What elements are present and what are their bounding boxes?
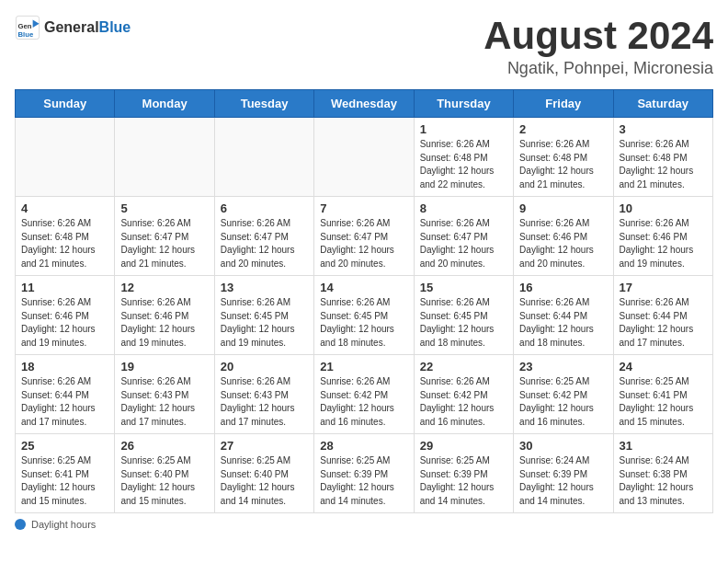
calendar-cell: 7Sunrise: 6:26 AM Sunset: 6:47 PM Daylig… (314, 197, 414, 276)
title-area: August 2024 Ngatik, Pohnpei, Micronesia (483, 15, 713, 78)
weekday-header-sunday: Sunday (16, 90, 115, 118)
calendar-cell: 20Sunrise: 6:26 AM Sunset: 6:43 PM Dayli… (214, 355, 313, 434)
day-number: 29 (420, 439, 507, 453)
day-info: Sunrise: 6:25 AM Sunset: 6:39 PM Dayligh… (320, 454, 407, 508)
day-number: 14 (320, 281, 407, 294)
calendar-cell: 15Sunrise: 6:26 AM Sunset: 6:45 PM Dayli… (414, 276, 513, 355)
footer-note: Daylight hours (15, 519, 713, 530)
day-number: 24 (620, 360, 707, 373)
week-row-3: 11Sunrise: 6:26 AM Sunset: 6:46 PM Dayli… (16, 276, 713, 355)
calendar-cell: 24Sunrise: 6:25 AM Sunset: 6:41 PM Dayli… (613, 355, 712, 434)
day-number: 2 (519, 122, 607, 136)
calendar-cell: 21Sunrise: 6:26 AM Sunset: 6:42 PM Dayli… (314, 355, 414, 434)
day-info: Sunrise: 6:26 AM Sunset: 6:45 PM Dayligh… (320, 296, 407, 350)
logo-text: GeneralBlue (44, 19, 131, 36)
day-number: 7 (320, 201, 407, 215)
daylight-label: Daylight hours (31, 519, 96, 530)
calendar-cell: 5Sunrise: 6:26 AM Sunset: 6:47 PM Daylig… (115, 197, 214, 276)
day-info: Sunrise: 6:26 AM Sunset: 6:45 PM Dayligh… (420, 296, 507, 350)
weekday-header-wednesday: Wednesday (314, 90, 414, 118)
day-info: Sunrise: 6:24 AM Sunset: 6:38 PM Dayligh… (620, 454, 707, 508)
day-number: 25 (21, 439, 108, 453)
week-row-5: 25Sunrise: 6:25 AM Sunset: 6:41 PM Dayli… (16, 434, 713, 513)
subtitle: Ngatik, Pohnpei, Micronesia (483, 59, 713, 78)
day-number: 8 (420, 201, 507, 215)
day-number: 13 (221, 281, 308, 294)
day-number: 11 (21, 281, 108, 294)
day-info: Sunrise: 6:25 AM Sunset: 6:42 PM Dayligh… (519, 375, 607, 429)
calendar-cell: 18Sunrise: 6:26 AM Sunset: 6:44 PM Dayli… (16, 355, 115, 434)
calendar-cell: 27Sunrise: 6:25 AM Sunset: 6:40 PM Dayli… (214, 434, 313, 513)
day-info: Sunrise: 6:24 AM Sunset: 6:39 PM Dayligh… (519, 454, 607, 508)
day-info: Sunrise: 6:26 AM Sunset: 6:42 PM Dayligh… (420, 375, 507, 429)
day-info: Sunrise: 6:25 AM Sunset: 6:40 PM Dayligh… (120, 454, 208, 508)
day-info: Sunrise: 6:26 AM Sunset: 6:44 PM Dayligh… (519, 296, 607, 350)
calendar-cell: 14Sunrise: 6:26 AM Sunset: 6:45 PM Dayli… (314, 276, 414, 355)
day-number: 26 (120, 439, 208, 453)
calendar-cell: 10Sunrise: 6:26 AM Sunset: 6:46 PM Dayli… (613, 197, 712, 276)
calendar-cell: 30Sunrise: 6:24 AM Sunset: 6:39 PM Dayli… (514, 434, 613, 513)
day-number: 27 (221, 439, 308, 453)
calendar-cell: 3Sunrise: 6:26 AM Sunset: 6:48 PM Daylig… (613, 118, 712, 197)
calendar-cell: 4Sunrise: 6:26 AM Sunset: 6:48 PM Daylig… (16, 197, 115, 276)
day-info: Sunrise: 6:26 AM Sunset: 6:46 PM Dayligh… (120, 296, 208, 350)
weekday-header-thursday: Thursday (414, 90, 513, 118)
calendar-cell: 28Sunrise: 6:25 AM Sunset: 6:39 PM Dayli… (314, 434, 414, 513)
main-title: August 2024 (483, 15, 713, 57)
logo: Gen Blue GeneralBlue (15, 15, 131, 40)
calendar-cell: 13Sunrise: 6:26 AM Sunset: 6:45 PM Dayli… (214, 276, 313, 355)
calendar-cell: 22Sunrise: 6:26 AM Sunset: 6:42 PM Dayli… (414, 355, 513, 434)
day-number: 6 (221, 201, 308, 215)
calendar-cell: 9Sunrise: 6:26 AM Sunset: 6:46 PM Daylig… (514, 197, 613, 276)
day-info: Sunrise: 6:26 AM Sunset: 6:47 PM Dayligh… (420, 217, 507, 270)
calendar-cell (115, 118, 214, 197)
day-number: 23 (519, 360, 607, 373)
header: Gen Blue GeneralBlue August 2024 Ngatik,… (15, 15, 713, 78)
day-info: Sunrise: 6:26 AM Sunset: 6:43 PM Dayligh… (120, 375, 208, 429)
calendar-cell: 29Sunrise: 6:25 AM Sunset: 6:39 PM Dayli… (414, 434, 513, 513)
day-info: Sunrise: 6:25 AM Sunset: 6:39 PM Dayligh… (420, 454, 507, 508)
day-info: Sunrise: 6:25 AM Sunset: 6:40 PM Dayligh… (221, 454, 308, 508)
calendar-table: SundayMondayTuesdayWednesdayThursdayFrid… (15, 89, 713, 513)
svg-text:Gen: Gen (18, 22, 32, 30)
day-number: 19 (120, 360, 208, 373)
day-info: Sunrise: 6:26 AM Sunset: 6:48 PM Dayligh… (420, 138, 507, 191)
day-number: 5 (120, 201, 208, 215)
day-number: 28 (320, 439, 407, 453)
day-number: 9 (519, 201, 607, 215)
weekday-header-saturday: Saturday (613, 90, 712, 118)
calendar-cell: 2Sunrise: 6:26 AM Sunset: 6:48 PM Daylig… (514, 118, 613, 197)
calendar-cell (214, 118, 313, 197)
day-info: Sunrise: 6:26 AM Sunset: 6:44 PM Dayligh… (21, 375, 108, 429)
day-info: Sunrise: 6:26 AM Sunset: 6:46 PM Dayligh… (21, 296, 108, 350)
day-number: 16 (519, 281, 607, 294)
week-row-4: 18Sunrise: 6:26 AM Sunset: 6:44 PM Dayli… (16, 355, 713, 434)
day-number: 21 (320, 360, 407, 373)
day-info: Sunrise: 6:26 AM Sunset: 6:47 PM Dayligh… (320, 217, 407, 270)
calendar-cell: 12Sunrise: 6:26 AM Sunset: 6:46 PM Dayli… (115, 276, 214, 355)
logo-icon: Gen Blue (15, 15, 40, 40)
calendar-cell: 16Sunrise: 6:26 AM Sunset: 6:44 PM Dayli… (514, 276, 613, 355)
day-info: Sunrise: 6:26 AM Sunset: 6:46 PM Dayligh… (519, 217, 607, 270)
calendar-cell: 6Sunrise: 6:26 AM Sunset: 6:47 PM Daylig… (214, 197, 313, 276)
calendar-cell: 11Sunrise: 6:26 AM Sunset: 6:46 PM Dayli… (16, 276, 115, 355)
day-number: 31 (620, 439, 707, 453)
calendar-cell: 26Sunrise: 6:25 AM Sunset: 6:40 PM Dayli… (115, 434, 214, 513)
day-number: 17 (620, 281, 707, 294)
day-info: Sunrise: 6:26 AM Sunset: 6:47 PM Dayligh… (120, 217, 208, 270)
day-number: 15 (420, 281, 507, 294)
day-number: 4 (21, 201, 108, 215)
day-info: Sunrise: 6:26 AM Sunset: 6:44 PM Dayligh… (620, 296, 707, 350)
day-info: Sunrise: 6:26 AM Sunset: 6:45 PM Dayligh… (221, 296, 308, 350)
calendar-cell: 1Sunrise: 6:26 AM Sunset: 6:48 PM Daylig… (414, 118, 513, 197)
logo-general: General (44, 19, 99, 35)
day-number: 30 (519, 439, 607, 453)
calendar-cell: 23Sunrise: 6:25 AM Sunset: 6:42 PM Dayli… (514, 355, 613, 434)
calendar-cell: 31Sunrise: 6:24 AM Sunset: 6:38 PM Dayli… (613, 434, 712, 513)
calendar-cell: 25Sunrise: 6:25 AM Sunset: 6:41 PM Dayli… (16, 434, 115, 513)
day-number: 1 (420, 122, 507, 136)
day-info: Sunrise: 6:26 AM Sunset: 6:47 PM Dayligh… (221, 217, 308, 270)
day-info: Sunrise: 6:26 AM Sunset: 6:48 PM Dayligh… (620, 138, 707, 191)
week-row-1: 1Sunrise: 6:26 AM Sunset: 6:48 PM Daylig… (16, 118, 713, 197)
day-number: 12 (120, 281, 208, 294)
